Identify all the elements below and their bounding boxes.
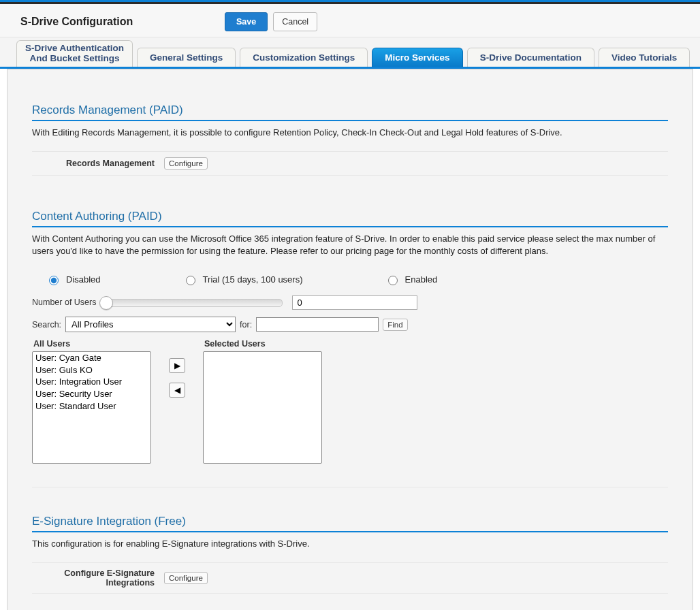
- list-item[interactable]: User: Guls KO: [33, 364, 150, 376]
- list-item[interactable]: User: Integration User: [33, 376, 150, 388]
- radio-trial-input[interactable]: [186, 276, 195, 285]
- chevron-right-icon: ▶: [174, 361, 180, 370]
- section-title-records: Records Management (PAID): [32, 97, 668, 121]
- all-users-label: All Users: [33, 339, 151, 349]
- section-title-content-authoring: Content Authoring (PAID): [32, 203, 668, 227]
- number-of-users-slider[interactable]: [106, 295, 283, 310]
- search-label: Search:: [32, 320, 61, 330]
- records-management-label: Records Management: [32, 159, 155, 168]
- esignature-label-line2: Integrations: [32, 578, 155, 588]
- records-configure-button[interactable]: Configure: [164, 157, 208, 170]
- tab-micro-services[interactable]: Micro Services: [372, 48, 462, 67]
- selected-users-listbox[interactable]: [203, 351, 322, 464]
- radio-trial[interactable]: Trial (15 days, 100 users): [182, 274, 303, 285]
- tab-sdrive-documentation[interactable]: S-Drive Documentation: [467, 48, 594, 67]
- dual-list-arrows: ▶ ◀: [169, 358, 185, 398]
- chevron-left-icon: ◀: [174, 385, 180, 395]
- header-actions: Save Cancel: [225, 12, 317, 31]
- section-divider: [32, 487, 668, 487]
- user-search-row: Search: All Profiles for: Find: [32, 317, 668, 332]
- section-desc-esignature: This configuration is for enabling E-Sig…: [32, 538, 668, 550]
- tab-customization-settings[interactable]: Customization Settings: [240, 48, 368, 67]
- esignature-label: Configure E-Signature Integrations: [32, 568, 155, 588]
- section-desc-records: With Editing Records Management, it is p…: [32, 127, 668, 139]
- tabstrip: S-Drive Authentication And Bucket Settin…: [0, 37, 700, 69]
- slider-track: [106, 299, 283, 307]
- radio-disabled-input[interactable]: [49, 276, 59, 285]
- search-text-input[interactable]: [256, 317, 379, 332]
- number-of-users-label: Number of Users: [32, 298, 96, 307]
- radio-enabled-input[interactable]: [388, 276, 398, 285]
- all-users-listbox[interactable]: User: Cyan Gate User: Guls KO User: Inte…: [32, 351, 151, 464]
- list-item[interactable]: User: Cyan Gate: [33, 352, 150, 364]
- radio-disabled[interactable]: Disabled: [46, 274, 101, 285]
- page-title: S-Drive Configuration: [20, 16, 225, 28]
- slider-thumb[interactable]: [99, 296, 113, 310]
- cancel-button[interactable]: Cancel: [273, 12, 317, 31]
- user-dual-list: All Users User: Cyan Gate User: Guls KO …: [32, 339, 668, 470]
- list-item[interactable]: User: Standard User: [33, 400, 150, 413]
- radio-label: Enabled: [405, 274, 438, 285]
- tab-video-tutorials[interactable]: Video Tutorials: [599, 48, 690, 67]
- esignature-label-line1: Configure E-Signature: [32, 568, 155, 578]
- content-authoring-mode-radios: Disabled Trial (15 days, 100 users) Enab…: [32, 270, 668, 295]
- find-button[interactable]: Find: [383, 319, 407, 331]
- list-item[interactable]: User: Security User: [33, 388, 150, 400]
- number-of-users-input[interactable]: [292, 295, 417, 310]
- save-button[interactable]: Save: [225, 12, 268, 31]
- esignature-configure-button[interactable]: Configure: [164, 572, 208, 584]
- all-users-column: All Users User: Cyan Gate User: Guls KO …: [32, 339, 151, 464]
- for-label: for:: [240, 320, 252, 330]
- number-of-users-row: Number of Users: [32, 295, 668, 310]
- remove-user-button[interactable]: ◀: [169, 383, 185, 398]
- radio-label: Trial (15 days, 100 users): [203, 274, 303, 285]
- radio-enabled[interactable]: Enabled: [385, 274, 438, 285]
- selected-users-column: Selected Users: [203, 339, 322, 464]
- section-desc-content-authoring: With Content Authoring you can use the M…: [32, 233, 668, 257]
- page-header: S-Drive Configuration Save Cancel: [0, 4, 700, 37]
- tab-label: And Bucket Settings: [25, 54, 124, 64]
- esignature-row: Configure E-Signature Integrations Confi…: [32, 562, 668, 594]
- selected-users-label: Selected Users: [204, 339, 322, 349]
- main-content: Records Management (PAID) With Editing R…: [7, 69, 693, 610]
- tab-general-settings[interactable]: General Settings: [137, 48, 236, 67]
- search-profile-select[interactable]: All Profiles: [65, 317, 236, 332]
- tab-auth-bucket[interactable]: S-Drive Authentication And Bucket Settin…: [16, 40, 133, 67]
- add-user-button[interactable]: ▶: [169, 358, 185, 373]
- section-title-esignature: E-Signature Integration (Free): [32, 508, 668, 532]
- radio-label: Disabled: [66, 274, 101, 285]
- records-management-row: Records Management Configure: [32, 151, 668, 176]
- tab-label: S-Drive Authentication: [25, 44, 124, 54]
